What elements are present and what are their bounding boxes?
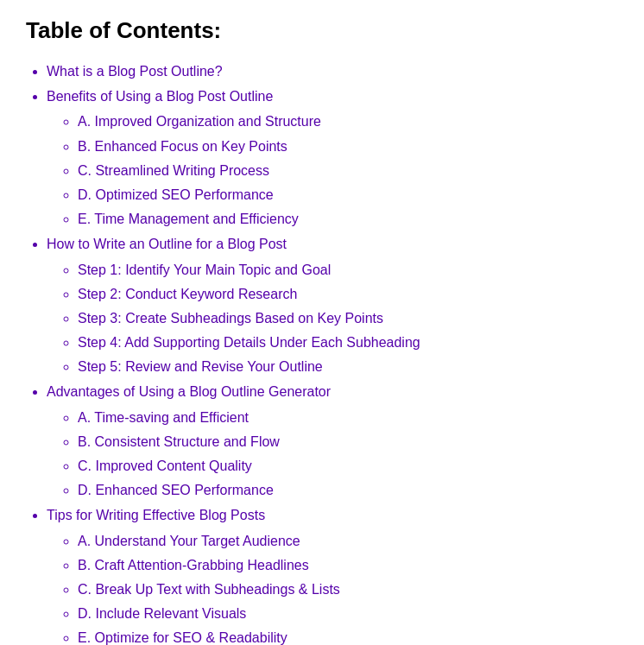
- toc-subitem-1-0: A. Improved Organization and Structure: [78, 110, 618, 133]
- toc-subitem-4-1: B. Craft Attention-Grabbing Headlines: [78, 553, 618, 577]
- toc-sublink-2-4[interactable]: Step 5: Review and Revise Your Outline: [78, 359, 323, 374]
- toc-item-4: Tips for Writing Effective Blog PostsA. …: [47, 503, 618, 645]
- toc-link-2[interactable]: How to Write an Outline for a Blog Post: [47, 237, 287, 251]
- toc-sublink-3-2[interactable]: C. Improved Content Quality: [78, 458, 252, 473]
- toc-sublist-1: A. Improved Organization and StructureB.…: [47, 110, 618, 231]
- toc-link-3[interactable]: Advantages of Using a Blog Outline Gener…: [47, 384, 331, 399]
- toc-item-1: Benefits of Using a Blog Post OutlineA. …: [47, 85, 618, 231]
- toc-sublist-4: A. Understand Your Target AudienceB. Cra…: [47, 529, 618, 645]
- toc-sublink-2-1[interactable]: Step 2: Conduct Keyword Research: [78, 287, 297, 301]
- toc-sublink-1-3[interactable]: D. Optimized SEO Performance: [78, 187, 274, 202]
- toc-link-0[interactable]: What is a Blog Post Outline?: [47, 64, 223, 79]
- toc-sublink-1-2[interactable]: C. Streamlined Writing Process: [78, 163, 269, 178]
- toc-subitem-2-0: Step 1: Identify Your Main Topic and Goa…: [78, 258, 618, 281]
- toc-subitem-1-4: E. Time Management and Efficiency: [78, 207, 618, 231]
- toc-subitem-1-3: D. Optimized SEO Performance: [78, 183, 618, 206]
- toc-sublink-1-0[interactable]: A. Improved Organization and Structure: [78, 114, 321, 129]
- toc-subitem-4-2: C. Break Up Text with Subheadings & List…: [78, 578, 618, 601]
- toc-subitem-3-1: B. Consistent Structure and Flow: [78, 430, 618, 453]
- toc-subitem-4-0: A. Understand Your Target Audience: [78, 529, 618, 553]
- toc-subitem-3-3: D. Enhanced SEO Performance: [78, 478, 618, 502]
- toc-subitem-2-1: Step 2: Conduct Keyword Research: [78, 282, 618, 306]
- toc-item-0: What is a Blog Post Outline?: [47, 60, 618, 83]
- toc-list: What is a Blog Post Outline?Benefits of …: [26, 60, 618, 645]
- toc-subitem-3-0: A. Time-saving and Efficient: [78, 406, 618, 429]
- toc-subitem-2-3: Step 4: Add Supporting Details Under Eac…: [78, 331, 618, 354]
- toc-sublink-2-0[interactable]: Step 1: Identify Your Main Topic and Goa…: [78, 262, 331, 277]
- toc-sublink-1-1[interactable]: B. Enhanced Focus on Key Points: [78, 139, 287, 154]
- toc-subitem-4-3: D. Include Relevant Visuals: [78, 602, 618, 625]
- toc-sublink-4-0[interactable]: A. Understand Your Target Audience: [78, 534, 300, 548]
- toc-sublink-1-4[interactable]: E. Time Management and Efficiency: [78, 212, 299, 226]
- toc-sublink-4-3[interactable]: D. Include Relevant Visuals: [78, 606, 246, 621]
- toc-subitem-3-2: C. Improved Content Quality: [78, 454, 618, 477]
- toc-subitem-2-4: Step 5: Review and Revise Your Outline: [78, 355, 618, 378]
- toc-sublink-3-3[interactable]: D. Enhanced SEO Performance: [78, 483, 274, 497]
- toc-subitem-4-4: E. Optimize for SEO & Readability: [78, 626, 618, 645]
- toc-sublink-4-4[interactable]: E. Optimize for SEO & Readability: [78, 630, 287, 645]
- toc-sublink-3-1[interactable]: B. Consistent Structure and Flow: [78, 434, 280, 449]
- toc-sublink-4-2[interactable]: C. Break Up Text with Subheadings & List…: [78, 582, 340, 597]
- toc-sublink-3-0[interactable]: A. Time-saving and Efficient: [78, 410, 249, 425]
- toc-sublink-2-3[interactable]: Step 4: Add Supporting Details Under Eac…: [78, 335, 420, 350]
- toc-sublist-2: Step 1: Identify Your Main Topic and Goa…: [47, 258, 618, 379]
- toc-sublink-2-2[interactable]: Step 3: Create Subheadings Based on Key …: [78, 311, 383, 326]
- toc-link-4[interactable]: Tips for Writing Effective Blog Posts: [47, 508, 265, 522]
- toc-item-2: How to Write an Outline for a Blog PostS…: [47, 232, 618, 378]
- toc-sublink-4-1[interactable]: B. Craft Attention-Grabbing Headlines: [78, 558, 309, 572]
- toc-item-3: Advantages of Using a Blog Outline Gener…: [47, 380, 618, 502]
- toc-subitem-1-1: B. Enhanced Focus on Key Points: [78, 135, 618, 158]
- toc-subitem-2-2: Step 3: Create Subheadings Based on Key …: [78, 307, 618, 330]
- page-title: Table of Contents:: [26, 17, 618, 44]
- toc-subitem-1-2: C. Streamlined Writing Process: [78, 159, 618, 182]
- toc-sublist-3: A. Time-saving and EfficientB. Consisten…: [47, 406, 618, 503]
- toc-link-1[interactable]: Benefits of Using a Blog Post Outline: [47, 89, 273, 104]
